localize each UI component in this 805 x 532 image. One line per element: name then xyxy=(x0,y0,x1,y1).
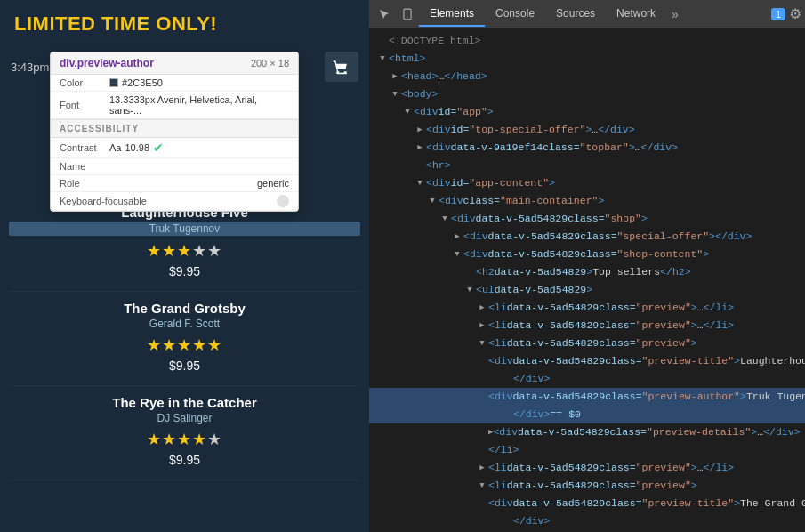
book-list: Laughterhouse Five Truk Tugennov ★★★★★ $… xyxy=(0,196,369,532)
color-label: Color xyxy=(60,77,102,88)
tooltip-role-row: Role generic xyxy=(51,175,298,192)
cart-button[interactable] xyxy=(325,52,358,82)
tab-network[interactable]: Network xyxy=(606,2,666,27)
html-line[interactable]: <li data-v-5ad54829 class="preview">…</l… xyxy=(369,299,805,317)
book-price: $9.95 xyxy=(9,453,360,467)
tooltip-header: div.preview-author 200 × 18 xyxy=(51,52,298,75)
keyboard-value xyxy=(277,195,289,207)
triangle-icon[interactable] xyxy=(463,282,476,298)
html-line[interactable]: <div id="top-special-offer">…</div> xyxy=(369,121,805,139)
accessibility-section-header: ACCESSIBILITY xyxy=(51,119,298,138)
device-icon[interactable] xyxy=(396,3,419,26)
banner-text: LIMITED TIME ONLY! xyxy=(0,0,369,44)
book-title: The Grand Grotsby xyxy=(9,301,360,316)
html-line[interactable]: <div data-v-5ad54829 class="special-offe… xyxy=(369,228,805,246)
html-line[interactable]: <head>…</head> xyxy=(369,68,805,85)
contrast-value: Aa 10.98 ✔ xyxy=(109,141,164,155)
settings-icon[interactable]: ⚙ xyxy=(789,5,801,22)
html-line[interactable]: <li data-v-5ad54829 class="preview">…</l… xyxy=(369,459,805,477)
html-line[interactable]: <li data-v-5ad54829 class="preview"> xyxy=(369,477,805,495)
svg-point-1 xyxy=(407,16,407,17)
triangle-icon[interactable] xyxy=(389,69,401,85)
tooltip-font-row: Font 13.3333px Avenir, Helvetica, Arial,… xyxy=(51,92,298,119)
triangle-icon[interactable] xyxy=(476,318,488,334)
book-stars: ★★★★★ xyxy=(9,430,360,449)
triangle-icon[interactable] xyxy=(451,229,463,245)
triangle-icon[interactable] xyxy=(451,246,463,262)
tab-console[interactable]: Console xyxy=(485,2,545,27)
tooltip-keyboard-row: Keyboard-focusable xyxy=(51,192,298,211)
book-title: The Rye in the Catcher xyxy=(9,395,360,410)
tooltip-name-row: Name xyxy=(51,158,298,175)
tooltip-element-name: div.preview-author xyxy=(60,57,154,69)
triangle-icon[interactable] xyxy=(439,211,451,227)
notification-badge: 1 xyxy=(771,8,785,20)
triangle-icon[interactable] xyxy=(476,460,488,476)
html-line[interactable]: <ul data-v-5ad54829> xyxy=(369,281,805,299)
triangle-icon[interactable] xyxy=(401,104,414,120)
left-panel: LIMITED TIME ONLY! 3:43pm div.preview-au… xyxy=(0,0,369,532)
role-label: Role xyxy=(60,178,102,189)
html-line[interactable]: <div data-v-5ad54829 class="preview-titl… xyxy=(369,495,805,512)
name-label: Name xyxy=(60,161,102,172)
html-line[interactable]: <div data-v-9a19ef14 class="topbar">…</d… xyxy=(369,139,805,157)
html-line[interactable]: <li data-v-5ad54829 class="preview"> xyxy=(369,335,805,352)
triangle-icon[interactable] xyxy=(476,335,488,351)
html-line[interactable]: <body> xyxy=(369,85,805,103)
book-author: DJ Salinger xyxy=(9,412,360,424)
color-swatch xyxy=(109,78,118,87)
tooltip-contrast-row: Contrast Aa 10.98 ✔ xyxy=(51,138,298,158)
tooltip-size: 200 × 18 xyxy=(251,58,289,69)
triangle-icon[interactable] xyxy=(414,122,426,138)
book-author: Truk Tugennov xyxy=(9,222,360,236)
triangle-icon[interactable] xyxy=(376,51,389,67)
color-value: #2C3E50 xyxy=(109,77,163,88)
html-line[interactable]: <div id="app"> xyxy=(369,103,805,121)
tab-elements[interactable]: Elements xyxy=(419,2,485,27)
font-value: 13.3333px Avenir, Helvetica, Arial, sans… xyxy=(109,94,289,116)
html-line[interactable]: </li> xyxy=(369,441,805,459)
cursor-icon[interactable] xyxy=(373,3,396,26)
time-display: 3:43pm xyxy=(11,60,49,74)
triangle-icon[interactable] xyxy=(414,140,426,156)
devtools-tab-bar: Elements Console Sources Network » 1 ⚙ xyxy=(369,0,805,28)
devtools-html-tree[interactable]: <!DOCTYPE html> <html> <head>…</head> <b… xyxy=(369,28,805,532)
element-tooltip: div.preview-author 200 × 18 Color #2C3E5… xyxy=(50,52,299,212)
html-line[interactable]: <h2 data-v-5ad54829>Top sellers</h2> xyxy=(369,263,805,281)
book-stars: ★★★★★ xyxy=(9,335,360,355)
html-line[interactable]: <div class="main-container"> xyxy=(369,192,805,210)
tab-sources[interactable]: Sources xyxy=(545,2,606,27)
triangle-icon[interactable] xyxy=(426,193,439,209)
html-line[interactable]: </div> xyxy=(369,512,805,530)
tooltip-color-row: Color #2C3E50 xyxy=(51,75,298,92)
triangle-icon[interactable] xyxy=(476,300,488,316)
html-line[interactable]: <html> xyxy=(369,50,805,68)
role-value: generic xyxy=(257,178,289,189)
html-line[interactable]: <div data-v-5ad54829 class="preview-titl… xyxy=(369,352,805,370)
book-item[interactable]: The Grand Grotsby Gerald F. Scott ★★★★★ … xyxy=(9,292,360,386)
devtools-right-icons: 1 ⚙ xyxy=(771,5,801,22)
triangle-icon[interactable] xyxy=(389,86,401,102)
html-line[interactable]: <div data-v-5ad54829 class="shop-content… xyxy=(369,246,805,263)
book-item[interactable]: The Rye in the Catcher DJ Salinger ★★★★★… xyxy=(9,386,360,480)
more-tabs-button[interactable]: » xyxy=(666,7,684,21)
html-line[interactable]: <div data-v-5ad54829 class="preview-deta… xyxy=(369,423,805,441)
html-line[interactable]: </div> xyxy=(369,370,805,388)
keyboard-label: Keyboard-focusable xyxy=(60,196,147,206)
book-stars: ★★★★★ xyxy=(9,241,360,261)
html-line: <!DOCTYPE html> xyxy=(369,32,805,50)
html-line[interactable]: <div id="app-content"> xyxy=(369,174,805,192)
contrast-label: Contrast xyxy=(60,142,102,153)
html-line-selected[interactable]: <div data-v-5ad54829 class="preview-auth… xyxy=(369,388,805,406)
triangle-icon[interactable] xyxy=(414,175,426,191)
html-line[interactable]: <hr> xyxy=(369,157,805,174)
contrast-check-icon: ✔ xyxy=(153,141,164,155)
font-label: Font xyxy=(60,100,102,110)
html-line[interactable]: <div data-v-5ad54829 class="shop"> xyxy=(369,210,805,228)
book-price: $9.95 xyxy=(9,359,360,373)
triangle-icon[interactable] xyxy=(476,478,488,494)
cart-icon xyxy=(333,58,350,76)
keyboard-focusable-icon xyxy=(277,195,289,207)
html-line-eq0[interactable]: </div> == $0 xyxy=(369,406,805,423)
html-line[interactable]: <li data-v-5ad54829 class="preview">…</l… xyxy=(369,317,805,335)
